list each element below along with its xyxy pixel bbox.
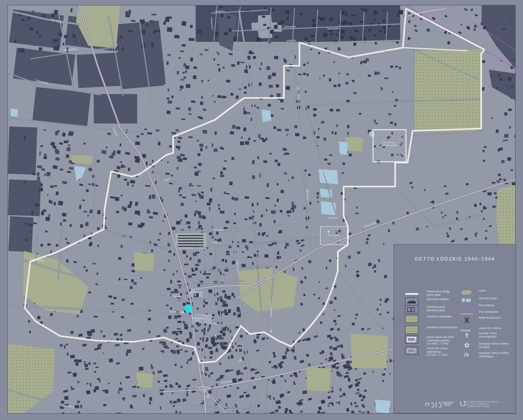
legend-panel: GETTO ŁÓDZKIE 1940–1944 maksymalny zasię… bbox=[394, 244, 516, 413]
partner-logo-icon bbox=[424, 400, 444, 409]
synagogue-existing-icon bbox=[460, 342, 474, 352]
legend-item-label: linie kolejowe bbox=[479, 304, 515, 307]
legend-item-label: kościoły i zborychrześcijańskie bbox=[479, 332, 515, 338]
legend-item-label: synagogi i domy modlitwynieistniejące bbox=[479, 351, 515, 358]
university-logo-text: CENTRUM BADAŃ ŻYDOWSKICH IM. FILIPA FRIE… bbox=[467, 401, 499, 408]
legend-title: GETTO ŁÓDZKIE 1940–1944 bbox=[394, 256, 516, 262]
legend-item: synagogi i domy modlitwyistniejące bbox=[394, 342, 516, 351]
partner-logo-text bbox=[444, 402, 454, 406]
university-logo-icon bbox=[460, 401, 466, 406]
map-document: Św. TeresyPojezierskaKniaziewiczaZgiersk… bbox=[0, 0, 523, 420]
legend-item-label: linie tramwajowe bbox=[479, 310, 515, 314]
credits-row: CENTRUM BADAŃ ŻYDOWSKICH IM. FILIPA FRIE… bbox=[394, 399, 516, 413]
church-icon bbox=[460, 331, 474, 341]
legend-item: synagogi i domy modlitwynieistniejące bbox=[394, 351, 516, 360]
legend-item: kładki dla pieszych bbox=[394, 316, 516, 325]
legend-item-label: synagogi i domy modlitwyistniejące bbox=[479, 342, 515, 349]
legend-item-label: zbiorniki wodne bbox=[479, 297, 515, 300]
legend-item: kościoły i zborychrześcijańskie bbox=[394, 331, 516, 341]
legend-item-label: zieleń bbox=[479, 289, 515, 293]
legend-item-label: nazwy ulic i placów bbox=[479, 327, 515, 330]
footbridge-icon bbox=[460, 316, 474, 326]
synagogue-gone-icon bbox=[460, 351, 474, 361]
legend-item-label: kładki dla pieszych bbox=[479, 316, 515, 320]
